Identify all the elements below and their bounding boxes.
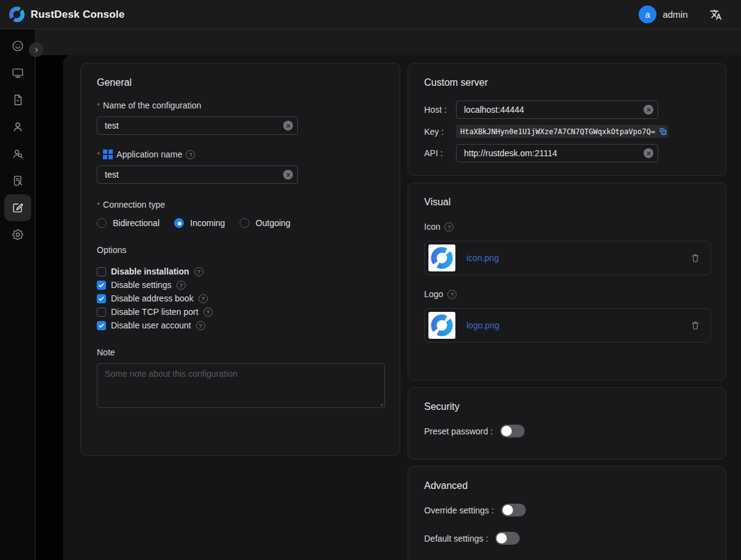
document-person-icon <box>11 174 25 187</box>
options-label: Options <box>97 245 384 255</box>
icon-thumbnail <box>428 244 455 271</box>
security-panel: Security Preset password : <box>408 387 726 460</box>
preset-password-label: Preset password : <box>424 426 493 436</box>
note-label: Note <box>97 347 384 357</box>
radio-dot[interactable] <box>174 218 184 228</box>
app-name-input[interactable] <box>97 165 298 184</box>
key-label: Key : <box>424 127 456 137</box>
checkbox[interactable] <box>97 267 106 276</box>
smiley-icon <box>11 39 25 53</box>
rustdesk-logo-icon <box>430 314 454 337</box>
option-label: Disable address book <box>111 293 194 303</box>
sidebar-item-user-search[interactable] <box>4 140 31 167</box>
option-label: Disable settings <box>111 280 172 290</box>
clear-api-icon[interactable] <box>644 148 653 158</box>
help-icon[interactable]: ? <box>196 321 205 330</box>
app-title: RustDesk Console <box>31 9 124 21</box>
username[interactable]: admin <box>663 9 688 20</box>
option-label: Disable TCP listen port <box>111 307 199 317</box>
sidebar-item-users[interactable] <box>4 113 31 140</box>
app-name-field <box>97 165 298 184</box>
checkbox[interactable] <box>97 321 106 330</box>
help-icon[interactable]: ? <box>194 267 203 276</box>
clear-app-name-icon[interactable] <box>283 170 293 180</box>
advanced-title: Advanced <box>424 480 710 491</box>
security-title: Security <box>424 401 710 412</box>
app-root: RustDesk Console a admin <box>0 0 741 560</box>
host-row: Host : <box>424 100 710 119</box>
radio-dot[interactable] <box>97 218 107 228</box>
config-name-field <box>97 116 298 135</box>
radio-incoming[interactable]: Incoming <box>174 218 225 228</box>
delete-icon-trash-icon[interactable] <box>690 252 701 263</box>
chevron-right-icon <box>32 46 40 54</box>
radio-dot[interactable] <box>240 218 249 228</box>
general-title: General <box>97 77 384 88</box>
sidebar <box>0 29 36 560</box>
host-input[interactable] <box>456 100 658 119</box>
config-name-label: * Name of the configuration <box>97 100 384 110</box>
sidebar-expand-button[interactable] <box>29 42 44 57</box>
api-label: API : <box>424 148 456 158</box>
sidebar-item-documents[interactable] <box>4 86 31 113</box>
logo-thumbnail <box>428 312 455 339</box>
logo-file-link[interactable]: logo.png <box>466 320 500 330</box>
help-icon[interactable]: ? <box>447 290 457 299</box>
custom-server-title: Custom server <box>424 77 710 88</box>
rustdesk-logo-icon <box>430 246 454 270</box>
api-input[interactable] <box>456 144 658 162</box>
custom-server-panel: Custom server Host : Key : HtaXBkJNHyn0e… <box>408 63 726 176</box>
option-disable-tcp-listen-port: Disable TCP listen port ? <box>97 305 384 319</box>
server-key-value: HtaXBkJNHyn0e1U1jWXze7A7CN7QTGWqxkOtpaVp… <box>460 127 655 136</box>
default-settings-toggle[interactable] <box>495 532 520 545</box>
help-icon[interactable]: ? <box>177 281 186 290</box>
checkbox[interactable] <box>97 294 106 303</box>
connection-type-radios: Bidirectional Incoming Outgoing <box>97 218 384 228</box>
avatar[interactable]: a <box>639 6 656 23</box>
radio-bidirectional[interactable]: Bidirectional <box>97 218 159 228</box>
icon-upload-item: icon.png <box>424 241 711 275</box>
icon-label: Icon ? <box>424 222 710 232</box>
monitor-icon <box>11 66 25 80</box>
help-icon[interactable]: ? <box>186 150 195 159</box>
sidebar-item-dashboard[interactable] <box>4 32 31 59</box>
host-field <box>456 100 658 119</box>
right-column: Custom server Host : Key : HtaXBkJNHyn0e… <box>408 63 726 560</box>
user-search-icon <box>11 147 25 161</box>
checkbox[interactable] <box>97 281 106 290</box>
api-row: API : <box>424 144 710 162</box>
copy-key-icon[interactable] <box>658 127 667 136</box>
required-mark: * <box>97 200 100 210</box>
key-row: Key : HtaXBkJNHyn0e1U1jWXze7A7CN7QTGWqxk… <box>424 125 710 138</box>
option-label: Disable installation <box>111 267 189 276</box>
translate-icon[interactable] <box>710 9 722 21</box>
sidebar-item-devices[interactable] <box>4 59 31 86</box>
checkbox[interactable] <box>97 308 106 317</box>
preset-password-toggle[interactable] <box>500 425 525 437</box>
help-icon[interactable]: ? <box>199 294 208 303</box>
preset-password-row: Preset password : <box>424 425 710 437</box>
override-settings-toggle[interactable] <box>501 504 526 516</box>
radio-outgoing[interactable]: Outgoing <box>240 218 291 228</box>
help-icon[interactable]: ? <box>444 222 454 232</box>
sidebar-item-records[interactable] <box>4 167 31 194</box>
clear-config-name-icon[interactable] <box>283 121 293 131</box>
note-textarea[interactable] <box>97 363 385 408</box>
required-mark: * <box>97 101 100 110</box>
logo-upload-item: logo.png <box>424 308 711 342</box>
edit-icon <box>11 201 25 214</box>
server-key-chip: HtaXBkJNHyn0e1U1jWXze7A7CN7QTGWqxkOtpaVp… <box>456 125 668 138</box>
option-label: Disable user account <box>111 320 191 330</box>
delete-logo-trash-icon[interactable] <box>690 320 701 331</box>
icon-file-link[interactable]: icon.png <box>466 253 499 263</box>
avatar-initial: a <box>645 10 650 20</box>
user-icon <box>11 120 25 134</box>
help-icon[interactable]: ? <box>203 308 213 317</box>
sidebar-item-settings[interactable] <box>4 221 31 248</box>
header-strip <box>36 29 741 55</box>
config-name-input[interactable] <box>97 116 298 135</box>
sidebar-item-configurations[interactable] <box>4 194 31 221</box>
clear-host-icon[interactable] <box>644 105 653 115</box>
note-field <box>97 363 385 408</box>
option-disable-address-book: Disable address book ? <box>97 292 384 305</box>
